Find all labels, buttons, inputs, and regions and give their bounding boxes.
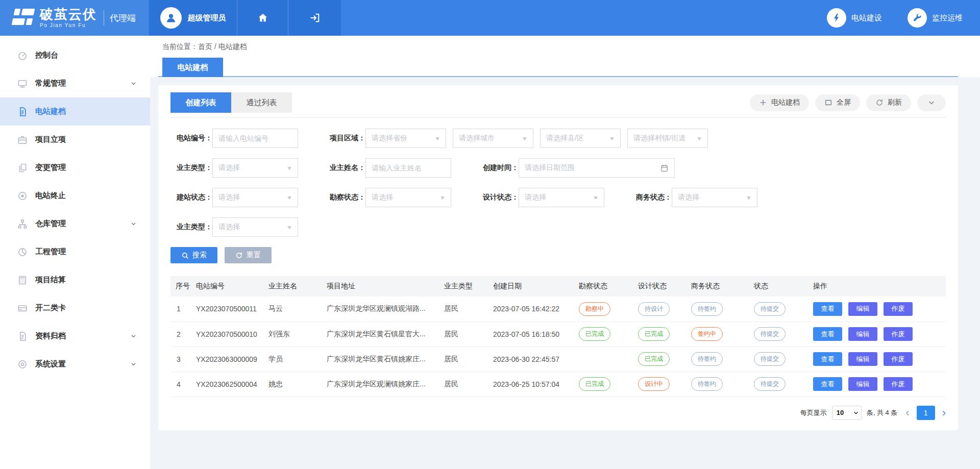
void-button[interactable]: 作废: [884, 302, 913, 316]
filter-label: 创建时间：: [477, 163, 519, 172]
view-button[interactable]: 查看: [813, 377, 842, 391]
void-button[interactable]: 作废: [884, 352, 913, 366]
next-page-button[interactable]: ›: [942, 407, 946, 418]
edit-button[interactable]: 编辑: [848, 377, 877, 391]
user-menu[interactable]: 超级管理员: [149, 0, 237, 36]
select-placeholder: 请选择: [218, 223, 240, 232]
collapse-button[interactable]: [917, 94, 946, 111]
card-header: 创建列表 通过列表 电站建档 全屏 刷新: [170, 85, 946, 118]
sidebar-item-sitemap[interactable]: 仓库管理: [0, 210, 150, 238]
per-page-select[interactable]: 10: [832, 406, 862, 420]
sidebar-item-calculator[interactable]: 项目结算: [0, 266, 150, 294]
create-station-button[interactable]: 电站建档: [750, 94, 809, 111]
column-header: 电站编号: [193, 276, 265, 297]
status-badge: 签约中: [691, 327, 723, 341]
sidebar-item-gauge[interactable]: 控制台: [0, 41, 150, 69]
sidebar-item-settings[interactable]: 系统设置: [0, 350, 150, 378]
select-placeholder: 请选择村镇/街道: [633, 134, 685, 143]
status-cell: 已完成: [635, 347, 688, 372]
cell-actions: 查看编辑作废: [810, 372, 946, 397]
tab-create-list[interactable]: 创建列表: [170, 92, 231, 113]
nav-monitoring-ops[interactable]: 监控运维: [908, 8, 963, 28]
logout-button[interactable]: [288, 0, 341, 36]
filter-select[interactable]: 请选择城市▼: [453, 129, 533, 148]
filter-label: 建站状态：: [170, 193, 212, 202]
filter-select[interactable]: 请选择省份▼: [365, 129, 446, 148]
sidebar-item-label: 电站建档: [35, 107, 66, 116]
sidebar-item-piechart[interactable]: 工程管理: [0, 238, 150, 266]
sidebar-item-monitor[interactable]: 常规管理: [0, 69, 150, 97]
chevron-down-icon: [130, 80, 137, 87]
fullscreen-icon: [824, 98, 832, 107]
view-button[interactable]: 查看: [813, 352, 842, 366]
sitemap-icon: [17, 219, 28, 229]
column-header: 勘察状态: [576, 276, 635, 297]
filter-select[interactable]: 请选择▼: [672, 188, 757, 207]
filter-input: [212, 129, 298, 148]
prev-page-button[interactable]: ‹: [905, 407, 909, 418]
search-button[interactable]: 搜索: [170, 247, 217, 263]
view-button[interactable]: 查看: [813, 327, 842, 341]
sidebar-item-label: 开二类卡: [35, 303, 66, 313]
refresh-label: 刷新: [888, 98, 902, 107]
filter-label: 业主类型：: [170, 223, 212, 232]
per-page-label: 每页显示: [800, 408, 827, 417]
nav-label: 电站建设: [851, 13, 882, 23]
document-icon: [17, 107, 28, 117]
fullscreen-button[interactable]: 全屏: [815, 94, 860, 111]
sidebar-item-label: 控制台: [35, 51, 58, 60]
breadcrumb: 当前位置：首页 / 电站建档: [162, 42, 980, 52]
edit-button[interactable]: 编辑: [848, 302, 877, 316]
status-cell: 待签约: [688, 297, 751, 322]
column-header: 序号: [170, 276, 193, 297]
cell-station-code: YX2023070500011: [193, 297, 265, 322]
tab-passed-list[interactable]: 通过列表: [231, 92, 292, 113]
select-placeholder: 请选择: [372, 193, 393, 202]
dropdown-arrow-icon: ▼: [286, 165, 293, 171]
status-badge: 待提交: [754, 327, 786, 341]
filter-text-input[interactable]: [372, 164, 445, 172]
filter-select[interactable]: 请选择▼: [365, 188, 451, 207]
calendar-icon: [660, 164, 669, 172]
filter-select[interactable]: 请选择▼: [212, 217, 298, 237]
edit-button[interactable]: 编辑: [848, 352, 877, 366]
toolbar: 电站建档 全屏 刷新: [750, 94, 946, 111]
cell-address: 广东深圳龙华区观澜镇姚家庄...: [324, 372, 441, 397]
app: 破茧云伏 Po Jian Yun Fu 代理端 超级管理员: [0, 0, 980, 469]
sidebar-item-card[interactable]: 开二类卡: [0, 294, 150, 322]
breadcrumb-label: 当前位置：: [162, 42, 198, 51]
refresh-button[interactable]: 刷新: [866, 94, 911, 111]
table-row: 2YX2023070500010刘强东广东深圳龙华区黄石镇星官大...居民202…: [170, 322, 946, 347]
sidebar-item-document[interactable]: 电站建档: [0, 97, 150, 126]
edit-button[interactable]: 编辑: [848, 327, 877, 341]
settings-icon: [17, 359, 28, 369]
sidebar-item-copy[interactable]: 变更管理: [0, 154, 150, 182]
status-badge: 待提交: [754, 302, 786, 316]
void-button[interactable]: 作废: [884, 327, 913, 341]
filter-label: 勘察状态：: [324, 193, 365, 202]
nav-station-construction[interactable]: 电站建设: [827, 8, 882, 28]
filter-select[interactable]: 请选择▼: [212, 188, 298, 207]
dropdown-arrow-icon: ▼: [746, 195, 752, 201]
date-range-input[interactable]: 请选择日期范围: [519, 158, 675, 178]
sidebar-item-briefcase[interactable]: 项目立项: [0, 126, 150, 154]
void-button[interactable]: 作废: [884, 377, 913, 391]
page-number-button[interactable]: 1: [917, 406, 935, 420]
sidebar-item-stop[interactable]: 电站终止: [0, 182, 150, 210]
stations-table: 序号电站编号业主姓名项目地址业主类型创建日期勘察状态设计状态商务状态状态操作1Y…: [170, 276, 946, 397]
cell-created-date: 2023-07-05 16:18:50: [490, 322, 576, 347]
view-button[interactable]: 查看: [813, 302, 842, 316]
logo[interactable]: 破茧云伏 Po Jian Yun Fu 代理端: [0, 0, 149, 36]
filter-select[interactable]: 请选择▼: [519, 188, 604, 207]
filter-select[interactable]: 请选择村镇/街道▼: [627, 129, 708, 148]
home-button[interactable]: [237, 0, 288, 36]
reset-button[interactable]: 重置: [225, 247, 272, 263]
sidebar-item-file[interactable]: 资料归档: [0, 322, 150, 350]
filter-select[interactable]: 请选择▼: [212, 158, 298, 178]
status-cell: 签约中: [688, 322, 751, 347]
filter-select[interactable]: 请选择县/区▼: [540, 129, 621, 148]
page-tab[interactable]: 电站建档: [162, 58, 223, 77]
filter-text-input[interactable]: [218, 134, 292, 142]
column-header: 业主姓名: [265, 276, 324, 297]
search-label: 搜索: [192, 251, 207, 260]
